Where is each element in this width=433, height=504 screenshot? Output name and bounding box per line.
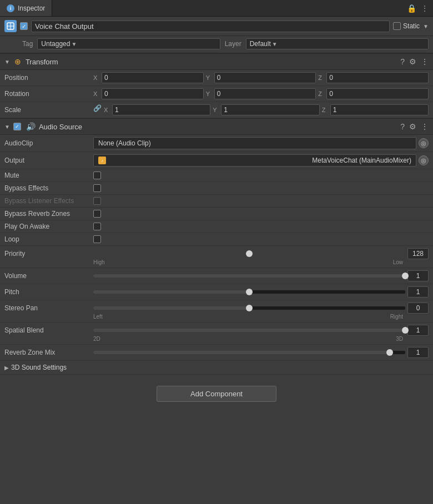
loop-row: Loop	[0, 233, 433, 246]
priority-value-display[interactable]: 128	[407, 248, 429, 259]
inspector-tab[interactable]: i Inspector	[0, 0, 52, 16]
lock-icon[interactable]: 🔒	[407, 4, 416, 13]
transform-title: Transform	[26, 58, 397, 66]
gameobject-active-checkbox[interactable]: ✓	[20, 22, 28, 30]
transform-header-controls: ? ⚙ ⋮	[400, 57, 429, 66]
bypass-effects-checkbox[interactable]	[93, 184, 101, 192]
reverb-slider-thumb[interactable]	[386, 349, 393, 356]
pitch-value-display[interactable]: 1	[407, 286, 429, 298]
audioclip-picker-btn[interactable]: ◎	[419, 138, 429, 148]
rotation-value: X Y Z	[93, 88, 429, 99]
reverb-slider-track[interactable]	[93, 351, 405, 354]
scale-y-input[interactable]	[221, 104, 319, 115]
volume-slider-thumb[interactable]	[402, 273, 409, 279]
scale-x-input[interactable]	[112, 104, 210, 115]
sound-settings-row[interactable]: ▶ 3D Sound Settings	[0, 361, 433, 375]
output-audio-icon: ♪	[98, 157, 106, 164]
transform-section-header[interactable]: ▼ ⊕ Transform ? ⚙ ⋮	[0, 53, 433, 70]
bypass-reverb-value	[93, 210, 429, 218]
reverb-value: 1	[93, 347, 429, 358]
stereo-pan-slider-thumb[interactable]	[246, 305, 253, 311]
tag-select[interactable]: Untagged ▼	[37, 38, 220, 49]
output-picker-btn[interactable]: ◎	[419, 155, 429, 165]
position-value: X Y Z	[93, 72, 429, 83]
reverb-label: Reverb Zone Mix	[4, 349, 93, 356]
bypass-listener-value	[93, 197, 429, 205]
play-on-awake-value	[93, 223, 429, 230]
audio-source-chevron: ▼	[4, 124, 10, 130]
loop-checkbox[interactable]	[93, 235, 101, 243]
gameobject-name[interactable]: Voice Chat Output	[31, 21, 390, 32]
bypass-listener-label: Bypass Listener Effects	[4, 197, 93, 205]
pitch-slider-track[interactable]	[93, 290, 405, 294]
bypass-reverb-checkbox[interactable]	[93, 210, 101, 218]
output-row: Output ♪ MetaVoiceChat (MainAudioMixer) …	[0, 152, 433, 169]
position-x-field: X	[93, 72, 204, 83]
rotation-z-input[interactable]	[326, 88, 429, 99]
static-dropdown-arrow[interactable]: ▼	[423, 23, 429, 29]
position-x-label: X	[93, 74, 100, 81]
stereo-pan-slider-track[interactable]	[93, 306, 405, 310]
output-text: MetaVoiceChat (MainAudioMixer)	[312, 157, 411, 164]
rotation-y-field: Y	[206, 88, 316, 99]
volume-slider-track[interactable]	[93, 274, 405, 278]
priority-high-label: Low	[393, 259, 403, 265]
transform-help-icon[interactable]: ?	[400, 57, 405, 66]
bypass-listener-checkbox[interactable]	[93, 197, 101, 205]
bypass-effects-row: Bypass Effects	[0, 182, 433, 195]
position-z-input[interactable]	[326, 72, 429, 83]
rotation-z-field: Z	[318, 88, 429, 99]
spatial-blend-slider-thumb[interactable]	[402, 327, 409, 334]
stereo-pan-value-display[interactable]: 0	[407, 303, 429, 314]
audio-source-title: Audio Source	[39, 123, 397, 131]
audio-source-section-header[interactable]: ▼ ✓ 🔊 Audio Source ? ⚙ ⋮	[0, 118, 433, 135]
output-dropdown[interactable]: ♪ MetaVoiceChat (MainAudioMixer)	[93, 154, 416, 167]
mute-checkbox[interactable]	[93, 172, 101, 179]
static-toggle: Static ▼	[393, 22, 429, 30]
loop-value	[93, 235, 429, 243]
scale-z-label: Z	[322, 107, 329, 113]
transform-settings-icon[interactable]: ⚙	[409, 57, 416, 66]
gameobject-icon	[4, 20, 17, 32]
volume-label: Volume	[4, 272, 93, 280]
position-x-input[interactable]	[102, 72, 204, 83]
play-on-awake-row: Play On Awake	[0, 220, 433, 233]
audio-help-icon[interactable]: ?	[400, 122, 405, 131]
transform-menu-icon[interactable]: ⋮	[421, 57, 429, 66]
rotation-y-input[interactable]	[214, 88, 316, 99]
reverb-value-display[interactable]: 1	[407, 347, 429, 358]
play-on-awake-checkbox[interactable]	[93, 223, 101, 230]
scale-z-input[interactable]	[330, 104, 429, 115]
audio-source-icon: 🔊	[27, 122, 36, 131]
spatial-blend-slider-track[interactable]	[93, 329, 405, 332]
bypass-effects-value	[93, 184, 429, 192]
output-label: Output	[4, 157, 93, 164]
add-component-button[interactable]: Add Component	[157, 386, 276, 402]
more-icon[interactable]: ⋮	[421, 4, 429, 13]
volume-value: 1	[93, 270, 429, 281]
audio-menu-icon[interactable]: ⋮	[421, 122, 429, 131]
inspector-tab-label: Inspector	[18, 4, 45, 12]
stereo-pan-row: Stereo Pan 0 Left Right	[0, 300, 433, 322]
layer-select[interactable]: Default ▼	[246, 38, 429, 49]
priority-value: 128	[93, 248, 429, 259]
stereo-pan-value: 0	[93, 303, 429, 314]
rotation-x-input[interactable]	[102, 88, 204, 99]
scale-xyz: 🔗 X Y Z	[93, 104, 429, 115]
position-y-input[interactable]	[214, 72, 316, 83]
scale-y-field: Y	[213, 104, 319, 115]
audio-source-enable-checkbox[interactable]: ✓	[13, 123, 21, 130]
audio-settings-icon[interactable]: ⚙	[409, 122, 416, 131]
static-label: Static	[403, 22, 420, 30]
audioclip-dropdown[interactable]: None (Audio Clip)	[93, 137, 416, 149]
scale-lock-icon[interactable]: 🔗	[93, 104, 102, 115]
pitch-slider-thumb[interactable]	[246, 289, 253, 295]
transform-icon: ⊕	[13, 57, 22, 66]
priority-slider-thumb[interactable]	[246, 250, 253, 257]
spatial-blend-value-display[interactable]: 1	[407, 325, 429, 336]
position-y-label: Y	[206, 74, 213, 81]
rotation-y-label: Y	[206, 90, 213, 97]
spatial-2d-label: 2D	[93, 336, 100, 342]
static-checkbox[interactable]	[393, 22, 401, 30]
volume-value-display[interactable]: 1	[407, 270, 429, 281]
